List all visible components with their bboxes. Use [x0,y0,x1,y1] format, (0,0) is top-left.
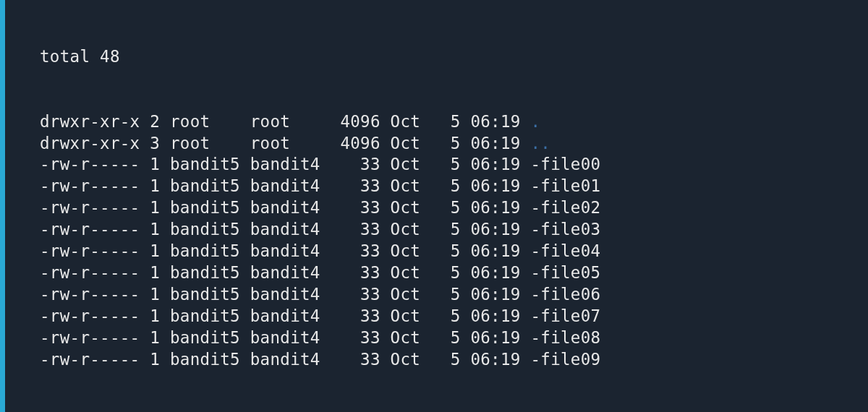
listing-row: -rw-r----- 1 bandit5 bandit4 33 Oct 5 06… [40,262,861,284]
window-left-edge [0,0,5,412]
file-name: -file06 [530,285,600,304]
file-listing: drwxr-xr-x 2 root root 4096 Oct 5 06:19 … [40,111,861,371]
file-name: -file03 [530,220,600,239]
listing-row: -rw-r----- 1 bandit5 bandit4 33 Oct 5 06… [40,154,861,176]
file-name: . [530,112,540,131]
file-name: .. [530,134,550,153]
listing-row: -rw-r----- 1 bandit5 bandit4 33 Oct 5 06… [40,197,861,219]
listing-row: -rw-r----- 1 bandit5 bandit4 33 Oct 5 06… [40,241,861,262]
file-name: -file07 [530,306,600,325]
file-name: -file04 [530,241,600,260]
file-name: -file05 [530,263,600,282]
listing-row: -rw-r----- 1 bandit5 bandit4 33 Oct 5 06… [40,219,861,241]
file-name: -file01 [530,176,600,195]
file-name: -file09 [530,350,600,369]
total-line: total 48 [40,46,861,68]
file-name: -file08 [530,328,600,347]
listing-row: drwxr-xr-x 2 root root 4096 Oct 5 06:19 … [40,111,861,133]
listing-row: -rw-r----- 1 bandit5 bandit4 33 Oct 5 06… [40,176,861,197]
file-name: -file02 [530,198,600,217]
terminal[interactable]: total 48 drwxr-xr-x 2 root root 4096 Oct… [5,0,868,412]
listing-row: -rw-r----- 1 bandit5 bandit4 33 Oct 5 06… [40,349,861,371]
listing-row: -rw-r----- 1 bandit5 bandit4 33 Oct 5 06… [40,306,861,327]
file-name: -file00 [530,155,600,173]
listing-row: -rw-r----- 1 bandit5 bandit4 33 Oct 5 06… [40,284,861,306]
listing-row: -rw-r----- 1 bandit5 bandit4 33 Oct 5 06… [40,327,861,349]
listing-row: drwxr-xr-x 3 root root 4096 Oct 5 06:19 … [40,133,861,155]
